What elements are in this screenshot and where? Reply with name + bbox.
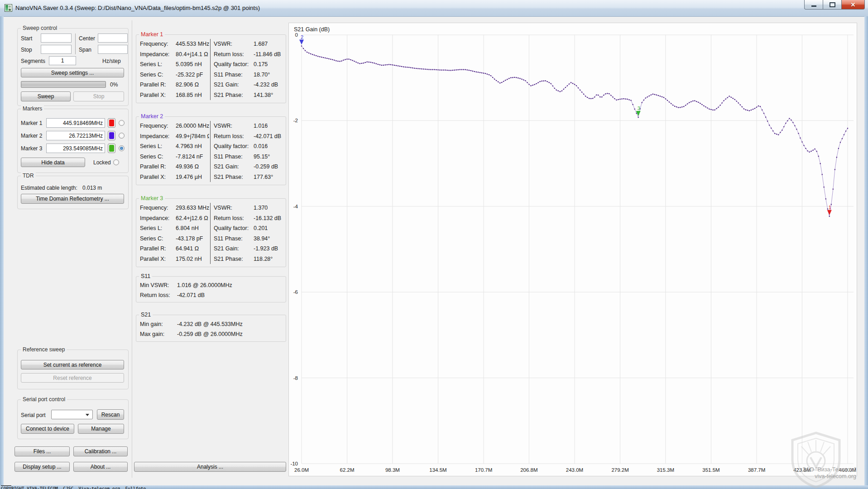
marker-field-label: Frequency:: [140, 123, 176, 129]
segments-input[interactable]: [49, 56, 76, 65]
tdr-button[interactable]: Time Domain Reflectometry ...: [21, 194, 124, 204]
sweep-progress-bar: [21, 81, 106, 88]
marker-field-value: 80.4+j14.1 Ω: [176, 51, 208, 58]
reference-sweep-group: Reference sweep: [17, 350, 129, 389]
marker-data-panel: Marker 3 Frequency:293.633 MHzImpedance:…: [136, 198, 286, 267]
marker2-frequency-input[interactable]: [46, 131, 105, 140]
marker-panel-title: Marker 1: [139, 31, 165, 38]
marker1-radio[interactable]: [119, 120, 125, 126]
stop-input[interactable]: [41, 45, 72, 54]
copyright-watermark: COPYRIGHT VIVA-TELECOM. CJSC. Viva-telec…: [1, 476, 146, 489]
reset-reference-button[interactable]: Reset reference: [21, 373, 124, 383]
svg-text:206.8M: 206.8M: [520, 467, 537, 473]
serial-port-combobox[interactable]: [51, 410, 93, 419]
start-input[interactable]: [41, 34, 72, 43]
marker-field-label: Impedance:: [140, 133, 176, 139]
marker-field-value: -42.071 dB: [254, 133, 281, 139]
marker-panel-title: Marker 3: [139, 195, 165, 201]
svg-text:-10: -10: [290, 461, 298, 466]
manage-button[interactable]: Manage: [78, 424, 124, 434]
svg-text:170.7M: 170.7M: [475, 467, 492, 473]
marker-field-value: 19.476 µH: [176, 174, 202, 180]
marker-field-value: -1.923 dB: [254, 245, 278, 252]
marker1-frequency-input[interactable]: [46, 118, 105, 128]
sweep-settings-button[interactable]: Sweep settings ...: [21, 68, 124, 77]
s11-return-loss-label: Return loss:: [140, 292, 177, 298]
s21-min-gain-label: Min gain:: [140, 321, 177, 327]
marker-field-label: Series C:: [140, 235, 176, 242]
marker1-label: Marker 1: [21, 120, 42, 126]
marker3-label: Marker 3: [21, 145, 42, 152]
marker1-color-button[interactable]: [108, 118, 115, 128]
marker-field-label: S21 Phase:: [214, 92, 254, 98]
marker-field-value: 5.0395 nH: [176, 61, 202, 67]
marker-field-label: Parallel X:: [140, 92, 176, 98]
analysis-button[interactable]: Analysis ...: [134, 462, 286, 472]
reference-sweep-title: Reference sweep: [21, 346, 67, 353]
marker-field-value: -43.178 pF: [176, 235, 203, 242]
marker-right-col: VSWR:1.370Return loss:-16.132 dBQuality …: [210, 203, 285, 264]
marker3-frequency-input[interactable]: [46, 144, 105, 153]
marker-field-label: S11 Phase:: [214, 72, 254, 78]
marker-field-label: S21 Gain:: [214, 163, 254, 170]
minimize-button[interactable]: [804, 0, 823, 10]
span-input[interactable]: [98, 45, 128, 54]
marker-field-label: Parallel R:: [140, 245, 176, 252]
s21-summary-box: S21 Min gain:-4.232 dB @ 445.533MHz Max …: [136, 315, 286, 342]
marker2-label: Marker 2: [21, 133, 42, 139]
stop-button[interactable]: Stop: [73, 91, 124, 101]
marker2-color-button[interactable]: [108, 131, 115, 140]
marker-field-value: 95.15°: [254, 153, 270, 160]
svg-text:-8: -8: [293, 375, 298, 381]
files-button[interactable]: Files ...: [14, 446, 70, 456]
center-input[interactable]: [98, 34, 128, 43]
connect-device-button[interactable]: Connect to device: [21, 424, 74, 434]
marker-field-value: 49.936 Ω: [176, 163, 199, 170]
marker-field-value: -0.259 dB: [254, 163, 278, 170]
rescan-button[interactable]: Rescan: [97, 409, 124, 420]
marker-field-value: -11.846 dB: [254, 51, 281, 58]
s11-summary-box: S11 Min VSWR:1.016 @ 26.0000MHz Return l…: [136, 276, 286, 302]
marker-field-label: Series C:: [140, 72, 176, 78]
app-window: NanoVNA Saver 0.3.4 (Sweep: D:/Dist/Nano…: [0, 0, 868, 489]
svg-text:387.7M: 387.7M: [748, 467, 765, 473]
marker-field-value: 38.94°: [254, 235, 270, 242]
cable-length-value: 0.013 m: [82, 185, 102, 191]
tdr-group: TDR: [17, 176, 129, 209]
marker-field-value: 1.370: [254, 205, 268, 211]
marker-field-label: Frequency:: [140, 205, 176, 211]
s21-title: S21: [139, 312, 153, 318]
maximize-button[interactable]: [823, 0, 842, 10]
chart-plot[interactable]: 0-2-4-6-8-1026.0M62.2M98.3M134.5M170.7M2…: [289, 23, 857, 476]
locked-radio[interactable]: [113, 159, 119, 165]
marker-field-label: S11 Phase:: [214, 235, 254, 242]
marker-field-value: 6.804 nH: [176, 225, 199, 231]
s11-title: S11: [139, 273, 152, 279]
marker-field-label: Series L:: [140, 143, 176, 149]
about-button[interactable]: About ...: [73, 462, 128, 472]
marker-field-value: 82.906 Ω: [176, 82, 199, 88]
calibration-button[interactable]: Calibration ...: [73, 446, 128, 456]
display-setup-button[interactable]: Display setup ...: [14, 462, 70, 472]
s21-max-gain-label: Max gain:: [140, 331, 177, 337]
hide-data-button[interactable]: Hide data: [21, 158, 85, 167]
s11-min-vswr-value: 1.016 @ 26.0000MHz: [177, 282, 232, 288]
s21-max-gain-value: -0.259 dB @ 26.0000MHz: [177, 331, 243, 337]
watermark-text: ЗАО "Виза-Телеком" viva-telecom.org: [802, 466, 856, 480]
marker-field-label: Frequency:: [140, 41, 176, 47]
marker-field-label: S21 Phase:: [214, 256, 254, 262]
close-button[interactable]: ✕: [841, 0, 865, 10]
marker-field-value: 0.016: [254, 143, 268, 149]
window-frame-right: [864, 16, 868, 489]
set-reference-button[interactable]: Set current as reference: [21, 360, 124, 369]
marker3-color-button[interactable]: [108, 144, 115, 153]
s21-gain-chart[interactable]: S21 Gain (dB) 0-2-4-6-8-1026.0M62.2M98.3…: [288, 23, 857, 476]
marker-field-label: Return loss:: [214, 215, 254, 221]
marker-field-value: 141.38°: [254, 92, 273, 98]
marker3-radio[interactable]: [119, 145, 125, 151]
marker2-radio[interactable]: [119, 133, 125, 139]
sweep-button[interactable]: Sweep: [21, 91, 71, 101]
titlebar[interactable]: NanoVNA Saver 0.3.4 (Sweep: D:/Dist/Nano…: [0, 0, 868, 17]
marker-field-label: VSWR:: [214, 41, 254, 47]
marker-field-value: 168.85 nH: [176, 92, 202, 98]
